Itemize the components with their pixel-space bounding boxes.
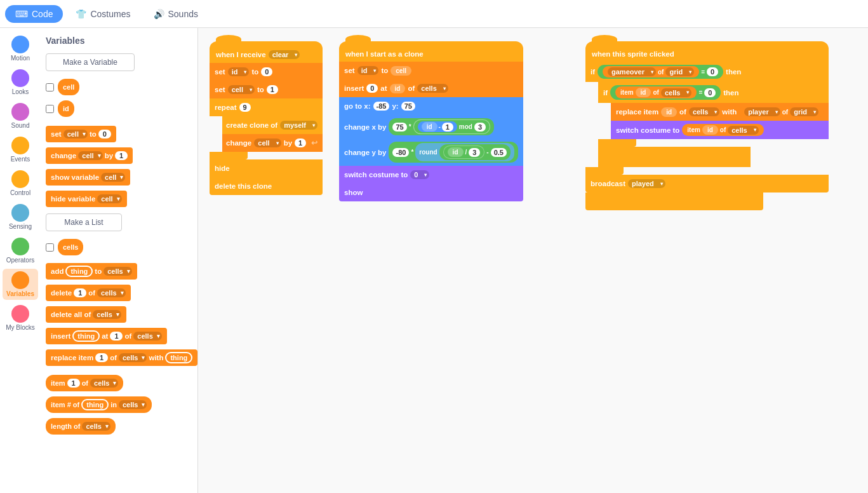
change-cell-by-1[interactable]: change cell by 1 ↩ [222,134,323,152]
var-block-cells[interactable]: cells [58,239,83,255]
delete-num-input[interactable]: 1 [74,288,86,297]
cells-dropdown-rep[interactable]: cells [119,353,147,362]
category-myblocks[interactable]: My Blocks [3,302,38,334]
hide-variable-block[interactable]: hide variable cell [46,191,127,207]
category-looks[interactable]: Looks [3,67,38,98]
length-of-block[interactable]: length of cells [46,418,116,435]
item-num-of-block[interactable]: item # of thing in cells [46,396,152,413]
add-thing-to-block[interactable]: add thing to cells [46,263,137,280]
thing-input-replace[interactable]: thing [165,352,192,363]
cells-dropdown-itemnum[interactable]: cells [119,400,147,409]
switch-costume[interactable]: switch costume to 0 [339,166,523,184]
cells-dropdown-add[interactable]: cells [103,267,131,276]
repeat-top[interactable]: repeat 9 [210,98,323,116]
var-checkbox-cells[interactable] [46,243,54,252]
insert-0-val[interactable]: 0 [366,84,378,93]
cells-dropdown-ins[interactable]: cells [133,332,161,341]
broadcast-played[interactable]: broadcast played [585,175,829,192]
tab-costumes[interactable]: 👕 Costumes [65,5,140,23]
replace-num-input[interactable]: 1 [95,353,108,362]
goto-x-val[interactable]: -85 [373,102,390,111]
cells-dropdown-del[interactable]: cells [97,288,125,297]
tab-sounds[interactable]: 🔊 Sounds [144,5,208,23]
thing-input-insert[interactable]: thing [72,330,100,342]
category-sensing[interactable]: Sensing [3,201,38,233]
delete-of-block[interactable]: delete 1 of cells [46,285,131,301]
delete-all-of-block[interactable]: delete all of cells [46,306,126,323]
repeat-count[interactable]: 9 [239,103,251,112]
hat-when-receive[interactable]: when I receive clear [210,41,323,63]
change-x-by[interactable]: change x by 75 * id - 1 mod 3 [339,115,523,138]
cy-80[interactable]: -80 [392,148,409,157]
var-block-cell[interactable]: cell [58,79,79,95]
thing-input-add[interactable]: thing [65,266,93,277]
make-list-button[interactable]: Make a List [46,213,122,231]
id-dropdown-1[interactable]: id [228,67,250,76]
var-checkbox-id[interactable] [46,105,54,113]
cells-dropdown-rep2[interactable]: cells [689,107,719,116]
grid-dropdown-2[interactable]: grid [790,107,818,116]
replace-item-canvas[interactable]: replace item id of cells with player of … [611,103,829,121]
var-block-id[interactable]: id [58,100,74,117]
cells-dropdown-item[interactable]: cells [90,379,118,388]
if-gameover-top[interactable]: if gameover of grid = 0 then [585,62,829,82]
cell-dropdown[interactable]: cell [63,130,88,138]
category-sound[interactable]: Sound [3,100,38,132]
hat-sprite-clicked[interactable]: when this sprite clicked [585,41,829,62]
insert-num-input[interactable]: 1 [110,332,123,341]
played-dropdown[interactable]: played [628,179,665,188]
grid-dropdown[interactable]: grid [665,67,694,76]
set-cell-to-block[interactable]: set cell to 0 [46,126,116,142]
switch-costume-2[interactable]: switch costume to item id of cells [611,121,829,139]
change-y-by[interactable]: change y by -80 * round id / 3 - [339,138,523,166]
category-events[interactable]: Events [3,134,38,165]
gameover-dropdown[interactable]: gameover [608,67,656,76]
category-operators[interactable]: Operators [3,235,38,266]
id-dropdown-2[interactable]: id [357,66,379,75]
hide-block[interactable]: hide [210,159,323,177]
cell-dropdown-rep[interactable]: cell [254,138,281,147]
hide-var-dropdown[interactable]: cell [97,194,121,203]
mod-3[interactable]: 3 [474,123,486,132]
change-cell-val[interactable]: 1 [295,138,306,147]
make-variable-button[interactable]: Make a Variable [46,53,135,71]
category-motion[interactable]: Motion [3,33,38,64]
goto-xy[interactable]: go to x: -85 y: 75 [339,97,523,115]
set-value-input[interactable]: 0 [98,130,111,138]
div-3[interactable]: 3 [469,148,480,157]
id-value[interactable]: 0 [261,67,272,76]
set-id-cell[interactable]: set id to cell [339,62,523,79]
delete-clone-block[interactable]: delete this clone [210,177,323,195]
cell-dropdown-1[interactable]: cell [228,85,255,94]
change-value-input[interactable]: 1 [115,151,128,160]
set-cell-to-1[interactable]: set cell to 1 [210,81,323,98]
hat-clone[interactable]: when I start as a clone [339,41,523,62]
tab-code[interactable]: ⌨ Code [5,5,63,23]
show-var-dropdown[interactable]: cell [101,173,125,182]
item-num-input[interactable]: 1 [67,379,80,388]
var-checkbox-cell[interactable] [46,83,54,91]
insert-0-at-id[interactable]: insert 0 at id of cells [339,79,523,97]
gameover-eq-val[interactable]: 0 [707,67,718,76]
minus-1[interactable]: 1 [442,123,453,132]
insert-thing-block[interactable]: insert thing at 1 of cells [46,328,167,344]
receive-dropdown[interactable]: clear [269,50,300,59]
show-block[interactable]: show [339,184,523,201]
player-dropdown[interactable]: player [744,107,780,116]
cells-dropdown-sw[interactable]: cells [728,126,758,135]
create-clone-block[interactable]: create clone of myself [222,116,323,134]
costume-dropdown[interactable]: 0 [410,170,429,179]
item-eq-val[interactable]: 0 [704,88,716,97]
category-variables[interactable]: Variables [3,269,38,300]
show-variable-block[interactable]: show variable cell [46,169,130,186]
replace-item-block[interactable]: replace item 1 of cells with thing [46,349,197,366]
change-cell-by-block[interactable]: change cell by 1 [46,147,133,164]
cells-dropdown-len[interactable]: cells [82,422,110,431]
item-of-block[interactable]: item 1 of cells [46,375,123,391]
cells-dropdown-insert[interactable]: cells [417,84,448,93]
goto-y-val[interactable]: 75 [401,102,415,111]
cell-dropdown2[interactable]: cell [78,151,102,160]
set-id-to-0[interactable]: set id to 0 [210,63,323,81]
category-control[interactable]: Control [3,168,38,199]
minus-half[interactable]: 0.5 [491,148,507,157]
